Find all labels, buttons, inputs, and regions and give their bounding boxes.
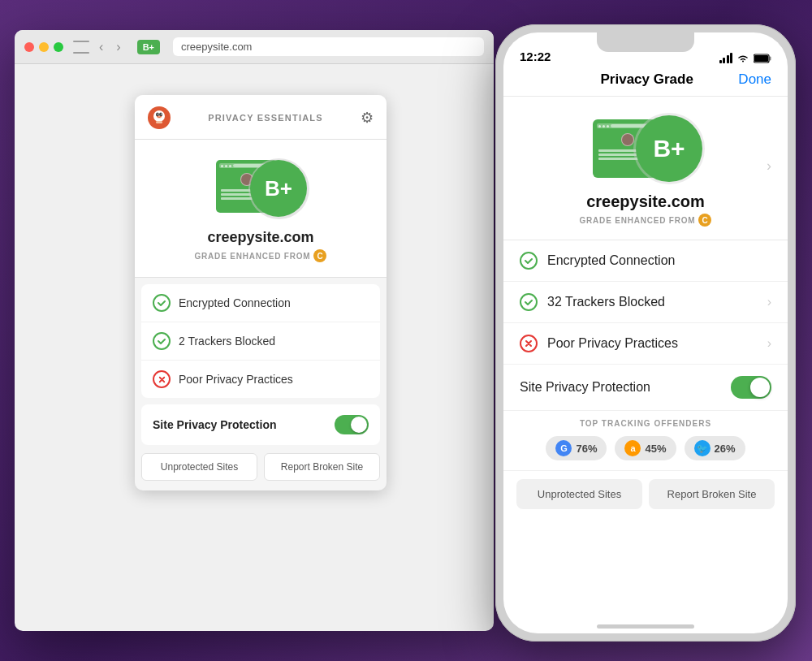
popup-site-name: creepysite.com — [207, 229, 313, 246]
privacy-item-encrypted: Encrypted Connection — [141, 284, 380, 322]
popup-footer: Unprotected Sites Report Broken Site — [135, 445, 387, 490]
phone-grade-visual: B+ — [585, 113, 706, 186]
trackers-chevron-icon: › — [767, 295, 771, 309]
trackers-label: 2 Trackers Blocked — [179, 335, 275, 348]
popup-privacy-items: Encrypted Connection 2 Trackers Blocked … — [141, 284, 380, 398]
status-time: 12:22 — [520, 50, 551, 63]
privacy-item-trackers: 2 Trackers Blocked — [141, 322, 380, 361]
phone-nav-title: Privacy Grade — [601, 71, 693, 88]
tracker-badges: G 76% a 45% 🐦 26% — [520, 436, 771, 460]
trackers-section-title: TOP TRACKING OFFENDERS — [520, 419, 771, 428]
amazon-pct: 45% — [645, 443, 666, 455]
unprotected-sites-button[interactable]: Unprotected Sites — [141, 453, 257, 481]
phone-x-poor — [520, 335, 538, 352]
phone-enhanced-grade-badge: C — [698, 214, 711, 227]
phone-unprotected-sites-button[interactable]: Unprotected Sites — [516, 479, 642, 509]
phone-toggle-label: Site Privacy Protection — [520, 380, 721, 395]
settings-gear-icon[interactable]: ⚙ — [361, 109, 374, 127]
privacy-item-poor: Poor Privacy Practices — [141, 361, 380, 398]
phone-device: 12:22 — [495, 24, 796, 642]
url-bar[interactable]: creepysite.com — [173, 37, 484, 56]
svg-rect-7 — [156, 121, 162, 123]
status-icons — [719, 54, 772, 63]
close-button[interactable] — [24, 42, 34, 52]
grade-tab-badge[interactable]: B+ — [137, 40, 160, 54]
browser-titlebar: ‹ › B+ creepysite.com — [15, 30, 494, 64]
tracker-twitter: 🐦 26% — [685, 436, 745, 460]
twitter-tracker-icon: 🐦 — [694, 440, 710, 456]
encrypted-label: Encrypted Connection — [179, 296, 291, 309]
poor-privacy-chevron-icon: › — [767, 336, 771, 351]
phone-screen: 12:22 — [503, 32, 788, 633]
privacy-popup-panel: PRIVACY ESSENTIALS ⚙ — [135, 95, 387, 490]
trackers-section: TOP TRACKING OFFENDERS G 76% a 45% 🐦 26% — [503, 411, 788, 471]
tracker-amazon: a 45% — [615, 436, 676, 460]
traffic-lights — [24, 42, 63, 52]
phone-toggle-knob — [750, 378, 770, 397]
phone-grade-area[interactable]: B+ creepysite.com GRADE ENHANCED FROM C … — [503, 97, 788, 240]
phone-grade-circle: B+ — [636, 115, 702, 182]
phone-toggle-row: Site Privacy Protection — [503, 365, 788, 411]
check-circle-trackers — [153, 332, 171, 350]
phone-item-trackers[interactable]: 32 Trackers Blocked › — [503, 282, 788, 323]
phone-grade-enhanced: GRADE ENHANCED FROM C — [580, 214, 712, 227]
check-circle-encrypted — [153, 294, 171, 312]
google-pct: 76% — [576, 443, 597, 455]
maximize-button[interactable] — [54, 42, 63, 52]
svg-point-4 — [158, 114, 158, 114]
phone-notch — [597, 32, 694, 52]
phone-site-name: creepysite.com — [586, 192, 705, 211]
phone-trackers-label: 32 Trackers Blocked — [547, 295, 758, 309]
phone-item-encrypted: Encrypted Connection — [503, 240, 788, 282]
phone-item-poor[interactable]: Poor Privacy Practices › — [503, 323, 788, 365]
phone-check-encrypted — [520, 252, 538, 270]
duckduckgo-logo-icon — [148, 106, 171, 129]
sidebar-toggle-icon[interactable] — [73, 41, 89, 54]
phone-report-broken-button[interactable]: Report Broken Site — [649, 479, 775, 509]
enhanced-grade-badge: C — [313, 249, 326, 262]
done-button[interactable]: Done — [738, 71, 771, 88]
svg-point-5 — [161, 114, 162, 114]
phone-footer: Unprotected Sites Report Broken Site — [503, 471, 788, 525]
google-tracker-icon: G — [555, 440, 572, 456]
phone-home-bar — [597, 624, 694, 629]
report-broken-site-button[interactable]: Report Broken Site — [264, 453, 380, 481]
wifi-icon — [736, 54, 749, 63]
phone-privacy-list: Encrypted Connection 32 Trackers Blocked… — [503, 240, 788, 365]
phone-poor-label: Poor Privacy Practices — [547, 336, 758, 351]
popup-grade-area: B+ creepysite.com GRADE ENHANCED FROM C — [135, 140, 387, 278]
grade-visual: B+ — [208, 156, 313, 221]
phone-encrypted-label: Encrypted Connection — [547, 253, 771, 268]
grade-enhanced-label: GRADE ENHANCED FROM C — [195, 249, 327, 262]
svg-rect-9 — [754, 55, 768, 62]
phone-nav: Privacy Grade Done — [503, 68, 788, 97]
popup-grade-circle: B+ — [250, 160, 307, 217]
popup-toggle-label: Site Privacy Protection — [153, 418, 277, 431]
svg-rect-10 — [770, 57, 771, 61]
amazon-tracker-icon: a — [624, 440, 641, 456]
back-button[interactable]: ‹ — [96, 38, 106, 56]
popup-title: PRIVACY ESSENTIALS — [171, 113, 361, 123]
forward-button[interactable]: › — [113, 38, 123, 56]
popup-toggle-switch[interactable] — [335, 415, 369, 434]
browser-window: ‹ › B+ creepysite.com PRIVACY ESSENTIALS… — [15, 30, 494, 631]
popup-toggle-row: Site Privacy Protection — [141, 404, 380, 445]
phone-toggle-switch[interactable] — [731, 376, 771, 399]
phone-check-trackers — [520, 293, 538, 311]
grade-chevron-icon: › — [767, 158, 771, 175]
popup-toggle-knob — [351, 417, 367, 433]
tracker-google: G 76% — [546, 436, 607, 460]
x-circle-poor — [153, 370, 171, 388]
battery-icon — [754, 54, 771, 63]
minimize-button[interactable] — [39, 42, 49, 52]
popup-header: PRIVACY ESSENTIALS ⚙ — [135, 95, 387, 140]
twitter-pct: 26% — [715, 443, 736, 455]
signal-icon — [719, 54, 733, 63]
poor-privacy-label: Poor Privacy Practices — [179, 373, 293, 386]
